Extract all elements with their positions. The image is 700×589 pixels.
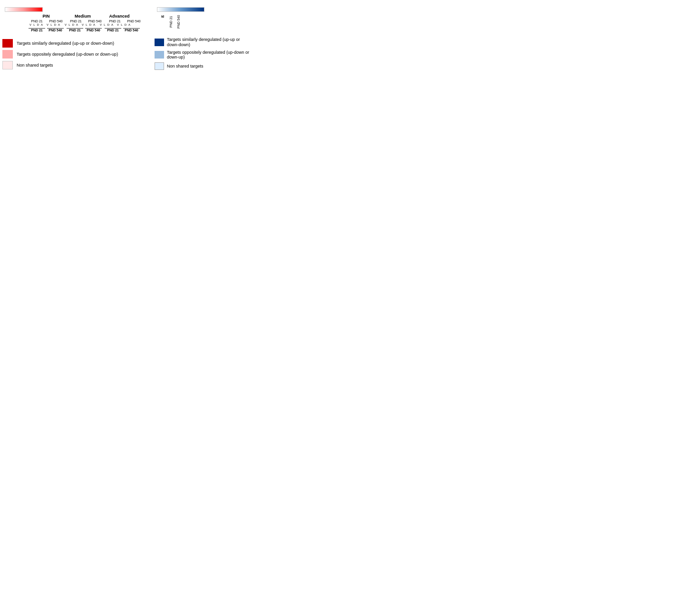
group-advanced: Advanced	[102, 14, 137, 19]
pnd540-med-label: PND 540	[85, 29, 102, 32]
pnd540-pin-label: PND 540	[47, 29, 64, 32]
panel-c	[252, 5, 698, 72]
pnd21-adv-label: PND 21	[105, 29, 121, 32]
b-headers: id PND 21 PND 540	[155, 15, 250, 29]
group-medium: Medium	[65, 14, 100, 19]
legend-b-dark-blue-box	[155, 39, 164, 46]
color-bar-a	[5, 7, 43, 12]
color-scale-b	[155, 7, 250, 12]
b-id-header-label: id	[159, 15, 166, 29]
color-bar-b	[157, 7, 204, 12]
legend-b-light-blue: Targets oppositely deregulated (up-down …	[155, 50, 250, 60]
b-pnd540-header: PND 540	[177, 15, 184, 29]
panel-a: PIN Medium Advanced PND 21 PND 540 PND 2…	[2, 5, 150, 72]
legend-a-white-text: Non shared targets	[17, 63, 53, 68]
legend-a-white-box	[2, 61, 13, 69]
full-page: PIN Medium Advanced PND 21 PND 540 PND 2…	[0, 0, 700, 75]
legend-a: Targets similarly deregulated (up-up or …	[2, 39, 150, 69]
pnd540-adv-label: PND 540	[123, 29, 140, 32]
pnd21-pin-label: PND 21	[29, 29, 45, 32]
bottom-stats-row: PND 21 PND 540 PND 21 PND 540	[2, 28, 150, 32]
legend-a-dark-red-box	[2, 39, 13, 48]
sub-pnd540-2: PND 540	[87, 20, 103, 23]
sub-pnd540-1: PND 540	[48, 20, 64, 23]
legend-a-light-red-text: Targets oppositely deregulated (up-down …	[17, 52, 118, 57]
panel-b: id PND 21 PND 540	[155, 5, 250, 72]
b-col-labels: PND 21 PND 540	[169, 15, 184, 29]
legend-b-dark-blue: Targets similarly deregulated (up-up or …	[155, 37, 250, 48]
legend-b: Targets similarly deregulated (up-up or …	[155, 37, 250, 70]
pnd21-med-label: PND 21	[67, 29, 83, 32]
legend-a-white: Non shared targets	[2, 61, 150, 69]
col-headers-row: V L D A V L D A V L	[2, 23, 142, 26]
legend-b-white-box	[155, 62, 164, 70]
sub-pnd21-1: PND 21	[29, 20, 45, 23]
legend-b-white: Non shared targets	[155, 62, 250, 70]
legend-a-light-red-box	[2, 50, 13, 59]
sub-pnd21-2: PND 21	[68, 20, 84, 23]
b-pnd21-header: PND 21	[169, 15, 176, 29]
legend-a-light-red: Targets oppositely deregulated (up-down …	[2, 50, 150, 59]
legend-b-light-blue-text: Targets oppositely deregulated (up-down …	[167, 50, 250, 60]
legend-b-dark-blue-text: Targets similarly deregulated (up-up or …	[167, 37, 250, 48]
legend-b-white-text: Non shared targets	[167, 64, 204, 69]
legend-a-dark-red-text: Targets similarly deregulated (up-up or …	[17, 41, 114, 46]
top-section: PIN Medium Advanced PND 21 PND 540 PND 2…	[0, 0, 700, 75]
sub-pnd540-3: PND 540	[126, 20, 142, 23]
b-col-headers-wrap: PND 21 PND 540	[169, 15, 184, 29]
legend-a-dark-red: Targets similarly deregulated (up-up or …	[2, 39, 150, 48]
sub-pnd21-3: PND 21	[107, 20, 123, 23]
group-pin: PIN	[29, 14, 64, 19]
legend-b-light-blue-box	[155, 51, 164, 59]
color-scale-a	[2, 7, 150, 12]
